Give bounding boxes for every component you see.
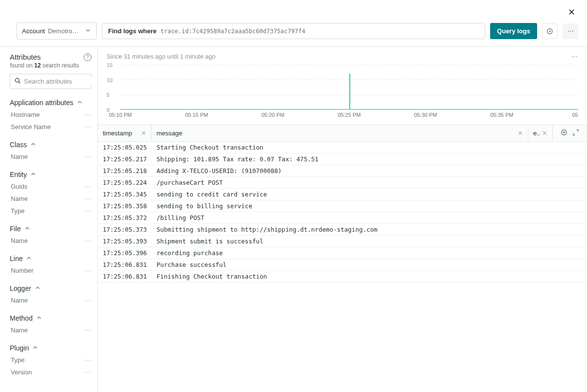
chevron-up-icon <box>30 141 37 149</box>
add-column-icon[interactable] <box>561 129 567 137</box>
attribute-item-label: Service Name <box>11 123 51 131</box>
chart-x-tick: 05:15 PM <box>185 112 208 118</box>
log-row-tools <box>553 169 587 173</box>
svg-marker-1 <box>549 30 551 32</box>
log-row[interactable]: 17:25:05.373Submitting shipment to http:… <box>98 224 587 236</box>
attribute-item-more-icon[interactable]: ⋯ <box>85 207 91 215</box>
query-logs-button[interactable]: Query logs <box>490 23 537 39</box>
attribute-group-header[interactable]: Entity <box>10 169 91 180</box>
attribute-item[interactable]: Type⋯ <box>10 205 91 217</box>
attribute-group-header[interactable]: File <box>10 223 91 235</box>
log-timestamp: 17:25:06.831 <box>98 271 152 282</box>
attribute-search[interactable] <box>10 74 91 89</box>
log-message: recording purchase <box>152 247 528 259</box>
chart-x-tick: 05:20 PM <box>261 112 284 118</box>
help-icon[interactable]: ? <box>84 53 91 61</box>
attribute-item[interactable]: Name⋯ <box>10 324 91 336</box>
attribute-item[interactable]: Name⋯ <box>10 151 91 163</box>
remove-column-icon[interactable]: ✕ <box>542 130 547 137</box>
attribute-item-more-icon[interactable]: ⋯ <box>85 153 91 160</box>
attribute-item-more-icon[interactable]: ⋯ <box>85 356 91 364</box>
log-message: Shipping: 101.895 Tax rate: 0.07 Tax: 47… <box>152 153 528 165</box>
chevron-up-icon <box>32 344 39 352</box>
attribute-item[interactable]: Type⋯ <box>10 354 91 366</box>
log-row[interactable]: 17:25:05.358sending to billing service <box>98 200 587 212</box>
log-extra <box>528 157 553 161</box>
remove-column-icon[interactable]: ✕ <box>518 130 523 137</box>
attribute-item-more-icon[interactable]: ⋯ <box>85 369 91 376</box>
attribute-item-more-icon[interactable]: ⋯ <box>85 123 91 131</box>
run-icon[interactable] <box>542 23 558 39</box>
log-row[interactable]: 17:25:05.217Shipping: 101.895 Tax rate: … <box>98 153 587 165</box>
attribute-item-label: Type <box>11 356 24 364</box>
close-icon[interactable]: ✕ <box>565 5 578 20</box>
timerange-text: Since 31 minutes ago until 1 minute ago <box>107 53 215 60</box>
column-timestamp[interactable]: timestamp ✕ <box>98 125 152 141</box>
attribute-item[interactable]: Hostname⋯ <box>10 109 91 121</box>
svg-point-2 <box>15 78 19 82</box>
attribute-group-header[interactable]: Logger <box>10 283 91 294</box>
log-row-tools <box>553 193 587 196</box>
attribute-group-header[interactable]: Class <box>10 139 91 151</box>
attribute-item[interactable]: Version⋯ <box>10 366 91 378</box>
log-row-tools <box>553 275 587 279</box>
attribute-item-label: Name <box>11 327 28 334</box>
log-row[interactable]: 17:25:05.345sending to credit card servi… <box>98 189 587 200</box>
log-row[interactable]: 17:25:05.393Shipment submit is successfu… <box>98 236 587 247</box>
chart-x-tick: 05 <box>572 112 578 118</box>
column-message[interactable]: message ✕ <box>152 125 528 141</box>
attribute-item-more-icon[interactable]: ⋯ <box>85 183 91 190</box>
more-menu-icon[interactable]: ⋯ <box>563 23 578 39</box>
attribute-search-input[interactable] <box>24 78 98 85</box>
attribute-group-header[interactable]: Application attributes <box>10 97 91 109</box>
search-icon <box>14 77 21 86</box>
attribute-item-more-icon[interactable]: ⋯ <box>85 267 91 274</box>
attribute-item[interactable]: Name⋯ <box>10 193 91 205</box>
log-message: sending to billing service <box>152 200 528 212</box>
log-row[interactable]: 17:25:05.396recording purchase <box>98 247 587 259</box>
attribute-group-header[interactable]: Method <box>10 312 91 324</box>
attribute-item[interactable]: Service Name⋯ <box>10 121 91 133</box>
chevron-up-icon <box>76 99 83 107</box>
sidebar-title: Attributes <box>10 53 41 61</box>
log-row[interactable]: 17:25:05.224/purchaseCart POST <box>98 177 587 189</box>
attribute-item-more-icon[interactable]: ⋯ <box>85 327 91 334</box>
log-message: /purchaseCart POST <box>152 177 528 188</box>
column-extra[interactable]: e.. ✕ <box>528 125 553 141</box>
log-row[interactable]: 17:25:05.025Starting Checkout transactio… <box>98 142 587 153</box>
chevron-up-icon <box>25 255 32 262</box>
filter-bar: Account Demotron Distr… Find logs where … <box>0 22 587 47</box>
expand-icon[interactable] <box>572 129 579 137</box>
log-timestamp: 17:25:05.217 <box>98 153 152 165</box>
attribute-item-more-icon[interactable]: ⋯ <box>85 111 91 118</box>
account-label: Account <box>22 27 45 35</box>
attribute-item-more-icon[interactable]: ⋯ <box>85 195 91 202</box>
attribute-item-more-icon[interactable]: ⋯ <box>85 237 91 244</box>
attribute-group-header[interactable]: Line <box>10 253 91 264</box>
log-row-tools <box>553 181 587 185</box>
remove-column-icon[interactable]: ✕ <box>141 130 146 137</box>
log-timestamp: 17:25:05.393 <box>98 236 152 247</box>
log-row[interactable]: 17:25:05.372/billing POST <box>98 212 587 224</box>
main-panel: Since 31 minutes ago until 1 minute ago … <box>98 47 587 392</box>
log-volume-chart[interactable]: 051015 05:10 PM05:15 PM05:20 PM05:25 PM0… <box>107 65 578 119</box>
chart-more-icon[interactable]: ⋯ <box>571 53 578 60</box>
log-row[interactable]: 17:25:06.831Purchase successful <box>98 259 587 271</box>
chart-x-tick: 05:10 PM <box>109 112 132 118</box>
query-input[interactable]: Find logs where trace.id:7c429589a7c2aaa… <box>102 23 485 39</box>
log-row[interactable]: 17:25:06.831Finishing Checkout transacti… <box>98 271 587 283</box>
log-row[interactable]: 17:25:05.218Adding X-TELCO-USERID: (9107… <box>98 165 587 177</box>
attribute-item[interactable]: Name⋯ <box>10 235 91 247</box>
attribute-item-label: Name <box>11 153 28 160</box>
log-message: Submitting shipment to http://shipping.d… <box>152 224 528 235</box>
log-extra <box>528 263 553 267</box>
attribute-group-label: Class <box>10 141 27 149</box>
attribute-item[interactable]: Name⋯ <box>10 294 91 306</box>
attribute-item-more-icon[interactable]: ⋯ <box>85 297 91 304</box>
account-select[interactable]: Account Demotron Distr… <box>17 22 97 40</box>
attribute-item[interactable]: Guids⋯ <box>10 180 91 193</box>
attribute-group-header[interactable]: Plugin <box>10 342 91 354</box>
log-extra <box>528 169 553 173</box>
attribute-item[interactable]: Number⋯ <box>10 264 91 277</box>
sidebar-subtext: found on 12 search results <box>10 62 91 69</box>
